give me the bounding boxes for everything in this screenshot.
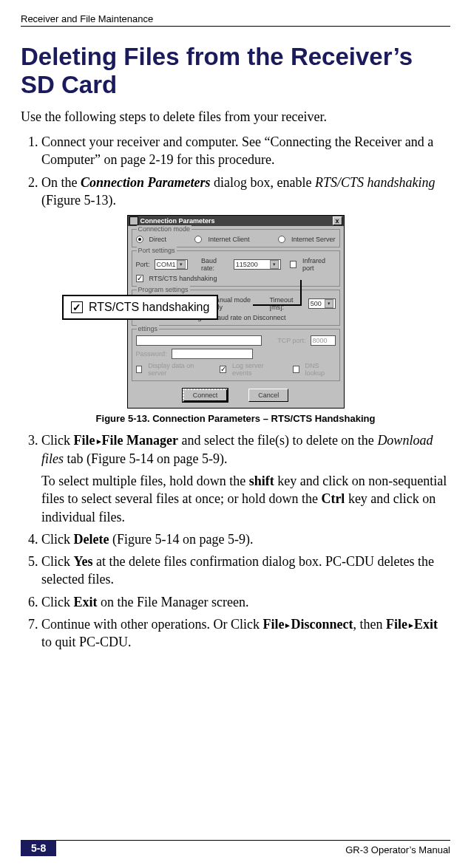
close-icon[interactable]: x bbox=[333, 216, 342, 225]
label-timeout: Timeout [ms]: bbox=[269, 296, 303, 311]
step-3-b1: File bbox=[74, 433, 95, 448]
steps-list: Connect your receiver and computer. See … bbox=[21, 133, 450, 209]
intro-text: Use the following steps to delete files … bbox=[21, 108, 450, 126]
steps-list-cont: Click FileFile Manager and select the fi… bbox=[21, 431, 450, 651]
step-3-sub-b2: Ctrl bbox=[321, 491, 345, 506]
page-title: Deleting Files from the Receiver’s SD Ca… bbox=[21, 43, 450, 99]
combo-timeout-value: 500 bbox=[311, 300, 322, 307]
check-passive[interactable] bbox=[136, 300, 143, 307]
combo-port[interactable]: COM1▾ bbox=[155, 259, 189, 270]
label-port: Port: bbox=[136, 261, 150, 268]
step-2-bi: Connection Parameters bbox=[81, 175, 211, 190]
step-7-a: Continue with other operations. Or Click bbox=[41, 617, 262, 632]
step-2-c: (Figure 5-13). bbox=[41, 193, 116, 208]
legend-program-settings: Program settings bbox=[137, 286, 190, 293]
step-1-text: Connect your receiver and computer. See … bbox=[41, 134, 433, 167]
step-5: Click Yes at the delete files confirmati… bbox=[41, 553, 450, 589]
check-rtscts[interactable] bbox=[136, 275, 143, 282]
figure-5-13: Connection Parameters x Connection mode … bbox=[21, 215, 450, 409]
combo-baud-value: 115200 bbox=[236, 261, 258, 268]
step-3: Click FileFile Manager and select the fi… bbox=[41, 431, 450, 525]
menu-arrow-icon bbox=[407, 617, 414, 632]
step-7: Continue with other operations. Or Click… bbox=[41, 615, 450, 652]
label-log-events: Log server events bbox=[232, 362, 277, 377]
step-7-b2: Disconnect bbox=[291, 617, 353, 632]
step-4-c: (Figure 5-14 on page 5-9). bbox=[109, 532, 253, 547]
legend-connection-mode: Connection mode bbox=[137, 225, 192, 233]
step-7-b3: File bbox=[386, 617, 407, 632]
check-dns-lookup[interactable] bbox=[293, 366, 299, 373]
combo-port-value: COM1 bbox=[157, 261, 176, 268]
step-4: Click Delete (Figure 5-14 on page 5-9). bbox=[41, 530, 450, 548]
tcp-port-input[interactable]: 8000 bbox=[311, 335, 336, 346]
step-6-c: on the File Manager screen. bbox=[98, 595, 249, 609]
radio-direct[interactable] bbox=[136, 236, 143, 243]
label-direct: Direct bbox=[149, 236, 167, 243]
window-icon bbox=[129, 216, 138, 225]
tcp-port-value: 8000 bbox=[313, 337, 328, 344]
page-number: 5-8 bbox=[21, 840, 56, 856]
step-3-sub-a: To select multiple files, hold down the bbox=[41, 474, 249, 488]
step-2-i: RTS/CTS handshaking bbox=[315, 175, 436, 190]
step-3-sub: To select multiple files, hold down the … bbox=[41, 472, 450, 526]
group-connection-mode: Connection mode Direct Internet Client I… bbox=[132, 229, 340, 247]
cancel-button[interactable]: Cancel bbox=[248, 389, 288, 402]
step-1: Connect your receiver and computer. See … bbox=[41, 133, 450, 169]
step-3-c: and select the file(s) to delete on the bbox=[178, 433, 377, 448]
check-log-events[interactable] bbox=[220, 366, 226, 373]
step-2-a: On the bbox=[41, 175, 81, 190]
step-3-sub-b1: shift bbox=[249, 474, 274, 488]
step-6-b: Exit bbox=[74, 595, 98, 609]
label-restore-baud: original baud rate on Disconnect bbox=[191, 314, 286, 321]
step-7-d: to quit PC-CDU. bbox=[41, 635, 132, 649]
label-internet-client: Internet Client bbox=[208, 236, 249, 243]
step-5-c: at the delete files confirmation dialog … bbox=[41, 554, 434, 587]
check-display-data[interactable] bbox=[136, 366, 143, 373]
label-infrared: Infrared port bbox=[302, 257, 336, 272]
connect-button[interactable]: Connect bbox=[183, 389, 228, 402]
step-7-b1: File bbox=[262, 617, 284, 632]
section-name: Receiver and File Maintenance bbox=[21, 13, 153, 24]
label-rtscts: RTS/CTS handshaking bbox=[149, 275, 217, 282]
dialog-title: Connection Parameters bbox=[140, 217, 215, 225]
manual-name: GR-3 Operator’s Manual bbox=[345, 842, 450, 855]
connection-parameters-dialog: Connection Parameters x Connection mode … bbox=[127, 215, 345, 409]
chevron-down-icon[interactable]: ▾ bbox=[177, 260, 186, 269]
step-7-b4: Exit bbox=[414, 617, 438, 632]
chevron-down-icon[interactable]: ▾ bbox=[325, 299, 333, 308]
step-5-a: Click bbox=[41, 554, 74, 569]
combo-baud[interactable]: 115200▾ bbox=[234, 259, 281, 270]
menu-arrow-icon bbox=[95, 433, 102, 448]
check-manual[interactable] bbox=[198, 300, 205, 307]
password-input[interactable] bbox=[172, 349, 253, 359]
step-3-d: tab (Figure 5-14 on page 5-9). bbox=[64, 451, 227, 466]
figure-caption: Figure 5-13. Connection Parameters – RTS… bbox=[21, 413, 450, 424]
radio-internet-client[interactable] bbox=[194, 236, 202, 243]
host-input[interactable] bbox=[136, 335, 262, 346]
radio-internet-server[interactable] bbox=[278, 236, 285, 243]
legend-internet-settings: ettings bbox=[137, 325, 160, 332]
step-7-c: , then bbox=[353, 617, 386, 632]
step-6-a: Click bbox=[41, 595, 74, 609]
dialog-titlebar[interactable]: Connection Parameters x bbox=[128, 216, 344, 226]
chevron-down-icon[interactable]: ▾ bbox=[270, 260, 279, 269]
checkbox-checked-icon: ✓ bbox=[71, 301, 83, 313]
combo-timeout[interactable]: 500▾ bbox=[308, 298, 336, 309]
label-tcp-port: TCP port: bbox=[277, 337, 305, 344]
step-2-b: dialog box, enable bbox=[211, 175, 315, 190]
dialog-buttons: Connect Cancel bbox=[128, 384, 344, 408]
label-password: Password: bbox=[136, 350, 167, 358]
check-infrared[interactable] bbox=[290, 261, 297, 268]
step-6: Click Exit on the File Manager screen. bbox=[41, 593, 450, 611]
step-4-a: Click bbox=[41, 532, 74, 547]
group-internet-settings: ettings TCP port: 8000 Password: Display… bbox=[132, 329, 340, 381]
running-header: Receiver and File Maintenance bbox=[21, 13, 450, 27]
step-3-a: Click bbox=[41, 433, 74, 448]
step-5-b: Yes bbox=[74, 554, 93, 569]
label-internet-server: Internet Server bbox=[291, 236, 336, 243]
step-4-b: Delete bbox=[74, 532, 109, 547]
label-manual: Manual mode only bbox=[210, 296, 257, 311]
label-passive: Passive mode bbox=[148, 296, 183, 311]
page-footer: 5-8 GR-3 Operator’s Manual bbox=[0, 840, 471, 856]
label-display-data: Display data on server bbox=[148, 362, 204, 377]
